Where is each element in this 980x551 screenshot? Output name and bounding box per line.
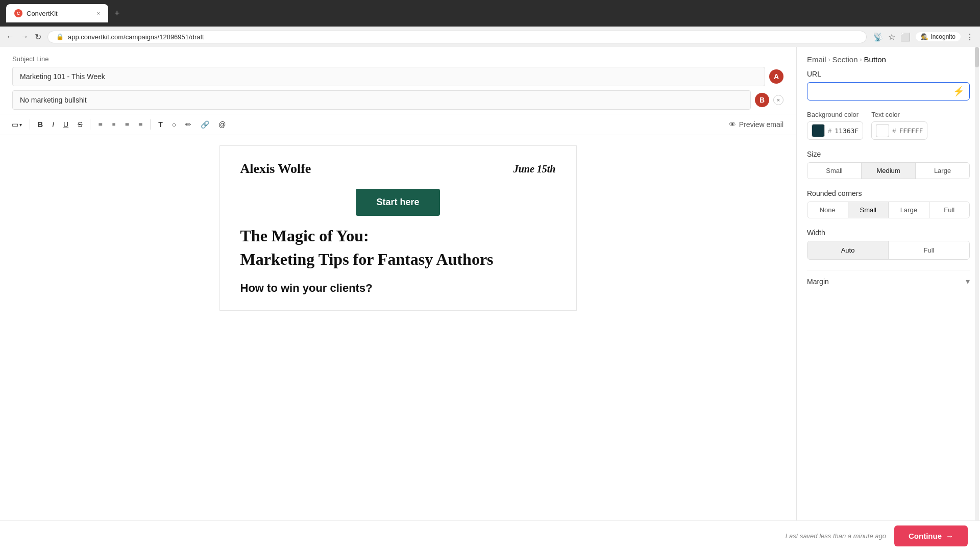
corners-large-button[interactable]: Large [888,202,929,218]
address-bar[interactable]: 🔒 app.convertkit.com/campaigns/12896951/… [47,31,867,43]
continue-label: Continue [909,532,942,540]
background-color-input[interactable]: # 11363F [807,121,863,140]
badge-b: B [755,93,769,107]
subject-a-row: A [12,67,783,86]
lock-icon: 🔒 [56,33,64,40]
width-full-button[interactable]: Full [888,241,969,259]
new-tab-button[interactable]: + [114,8,120,19]
breadcrumb-section[interactable]: Section [832,55,858,64]
nav-refresh-button[interactable]: ↻ [35,32,41,42]
text-size-button[interactable]: T [155,118,166,131]
mention-icon: @ [218,120,226,129]
email-cta-section[interactable]: Start here [240,189,556,216]
subject-b-close[interactable]: × [773,95,783,105]
continue-arrow-icon: → [946,532,953,540]
width-section: Width Auto Full [807,229,970,260]
text-color-group: Text color # FFFFFF [871,111,927,140]
tab-favicon: C [14,9,22,17]
background-color-group: Background color # 11363F [807,111,863,140]
preview-email-button[interactable]: 👁 Preview email [725,118,788,131]
margin-label: Margin [807,278,829,286]
strikethrough-button[interactable]: S [74,118,86,131]
author-name: Alexis Wolfe [240,161,311,177]
shape-icon: ○ [172,120,176,129]
underline-icon: U [63,120,68,129]
nav-back-button[interactable]: ← [6,32,14,41]
tab-close-button[interactable]: × [97,10,100,16]
subject-b-input[interactable] [12,90,751,110]
corners-none-button[interactable]: None [807,202,848,218]
underline-button[interactable]: U [60,118,72,131]
margin-expand-icon[interactable]: ▾ [966,277,970,286]
browser-chrome: C ConvertKit × + [0,0,980,27]
toolbar-divider-2 [90,119,90,130]
preview-email-label: Preview email [739,120,783,129]
align-justify-button[interactable]: ≡ [135,118,146,131]
email-heading-1: The Magic of You: [240,226,556,245]
align-center-icon: ≡ [112,120,115,129]
browser-nav: ← → ↻ 🔒 app.convertkit.com/campaigns/128… [0,27,980,47]
link-button[interactable]: 🔗 [197,118,213,131]
italic-icon: I [52,120,54,129]
corners-full-button[interactable]: Full [929,202,970,218]
background-color-label: Background color [807,111,863,118]
size-large-button[interactable]: Large [915,163,969,179]
text-color-swatch[interactable] [876,124,889,137]
url-section: URL ⚡ [807,70,970,101]
width-auto-button[interactable]: Auto [807,241,888,259]
scrollbar-thumb[interactable] [975,47,979,67]
last-saved-text: Last saved less than a minute ago [786,532,886,540]
subject-a-input[interactable] [12,67,765,86]
background-color-swatch[interactable] [812,124,825,137]
badge-a: A [769,69,783,84]
nav-forward-button[interactable]: → [20,32,29,41]
breadcrumb-sep-1: › [828,56,830,63]
align-justify-icon: ≡ [138,120,142,129]
size-medium-button[interactable]: Medium [861,163,915,179]
incognito-icon: 🕵 [921,33,928,40]
email-content[interactable]: Alexis Wolfe June 15th Start here The Ma… [0,135,796,551]
align-center-button[interactable]: ≡ [108,118,119,131]
align-right-button[interactable]: ≡ [121,118,133,131]
corners-options: None Small Large Full [807,202,970,218]
link-icon: 🔗 [201,120,209,129]
text-color-input[interactable]: # FFFFFF [871,121,927,140]
preview-eye-icon: 👁 [729,120,736,129]
extensions-icon[interactable]: ⬜ [900,32,911,42]
corners-small-button[interactable]: Small [848,202,889,218]
block-type-arrow: ▾ [19,122,22,128]
breadcrumb: Email › Section › Button [797,47,980,70]
subject-b-row: B × [12,90,783,110]
scrollbar-track[interactable] [975,47,979,551]
breadcrumb-email[interactable]: Email [807,55,826,64]
properties-panel: URL ⚡ Background color [797,70,980,303]
mention-button[interactable]: @ [215,118,229,131]
url-action-button[interactable]: ⚡ [953,86,964,97]
bold-button[interactable]: B [34,118,46,131]
app-footer: Last saved less than a minute ago Contin… [0,520,980,551]
cta-start-button[interactable]: Start here [356,189,439,216]
block-type-button[interactable]: ▭ ▾ [8,118,26,131]
size-label: Size [807,150,970,158]
strikethrough-icon: S [78,120,82,129]
url-input[interactable] [813,87,949,95]
cast-icon[interactable]: 📡 [873,32,883,42]
email-heading-2: Marketing Tips for Fantasy Authors [240,249,556,269]
browser-tab[interactable]: C ConvertKit × [6,4,108,22]
color-row: Background color # 11363F Text color [807,111,970,140]
menu-icon[interactable]: ⋮ [966,32,974,42]
text-hash: # [892,127,896,135]
rounded-corners-label: Rounded corners [807,189,970,197]
highlight-button[interactable]: ✏ [182,118,195,131]
width-options: Auto Full [807,241,970,260]
url-label: URL [807,70,970,78]
star-icon[interactable]: ☆ [888,32,895,42]
align-right-icon: ≡ [125,120,129,129]
align-left-button[interactable]: ≡ [94,118,106,131]
size-small-button[interactable]: Small [807,163,861,179]
block-type-icon: ▭ [12,120,18,129]
margin-row[interactable]: Margin ▾ [807,270,970,292]
continue-button[interactable]: Continue → [894,525,968,546]
italic-button[interactable]: I [48,118,58,131]
shape-button[interactable]: ○ [168,118,180,131]
